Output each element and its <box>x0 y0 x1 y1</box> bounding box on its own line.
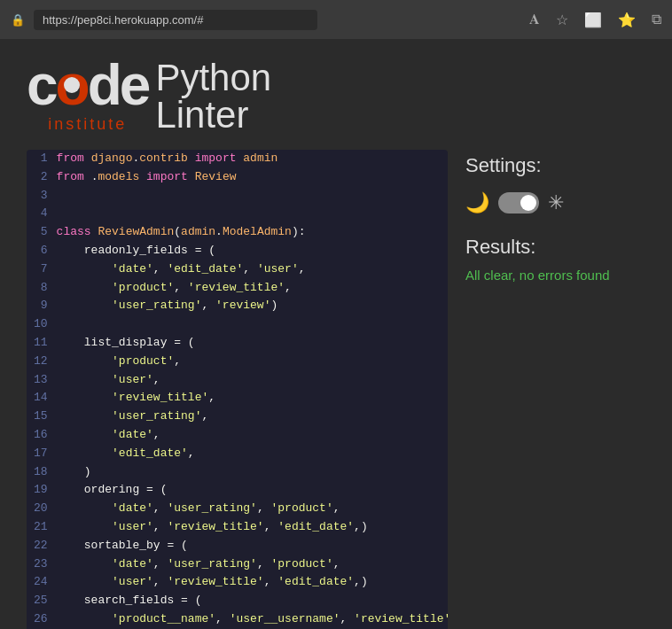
browser-chrome: 🔒 https://pep8ci.herokuapp.com/# 𝐀 ☆ ⬜ ⭐… <box>0 0 672 39</box>
line-number: 4 <box>27 205 57 223</box>
line-number: 7 <box>27 260 57 279</box>
line-content: search_fields = ( <box>57 592 448 610</box>
line-number: 10 <box>27 315 57 334</box>
logo-o-inner <box>64 77 80 93</box>
sun-icon: ✳ <box>548 191 564 214</box>
bookmark-icon[interactable]: ☆ <box>556 12 568 28</box>
logo-o: o <box>56 57 88 113</box>
line-number: 1 <box>27 150 57 168</box>
line-number: 25 <box>27 592 57 610</box>
text-size-icon[interactable]: 𝐀 <box>529 12 540 28</box>
line-content: 'edit_date', <box>57 445 448 463</box>
logo-python: Python <box>155 59 271 97</box>
line-number: 23 <box>27 555 57 574</box>
line-number: 14 <box>27 389 57 408</box>
line-content <box>57 205 448 223</box>
line-content: 'date', 'user_rating', 'product', <box>57 555 448 574</box>
url-bar[interactable]: https://pep8ci.herokuapp.com/# <box>34 10 317 30</box>
line-number: 12 <box>27 353 57 371</box>
code-panel[interactable]: 1from django.contrib import admin2from .… <box>27 150 448 629</box>
line-number: 18 <box>27 463 57 482</box>
line-number: 24 <box>27 573 57 592</box>
line-content: 'review_title', <box>57 389 448 408</box>
line-content: from django.contrib import admin <box>57 150 448 168</box>
moon-icon: 🌙 <box>465 191 489 214</box>
logo-c: c <box>27 57 56 113</box>
line-number: 15 <box>27 408 57 426</box>
favorites-icon[interactable]: ⭐ <box>618 12 636 28</box>
logo-d: d <box>88 57 120 113</box>
line-number: 13 <box>27 371 57 390</box>
line-content: 'user', <box>57 371 448 390</box>
line-content: 'user_rating', 'review') <box>57 297 448 315</box>
main-layout: 1from django.contrib import admin2from .… <box>27 150 645 629</box>
logo-institute: institute <box>27 115 148 134</box>
logo-e: e <box>120 57 149 113</box>
sidebar-icon[interactable]: ⬜ <box>584 12 602 28</box>
line-number: 20 <box>27 500 57 518</box>
line-content: ) <box>57 463 448 482</box>
line-number: 21 <box>27 518 57 537</box>
line-number: 8 <box>27 279 57 298</box>
theme-toggle-row: 🌙 ✳ <box>465 191 645 214</box>
line-content: 'date', 'edit_date', 'user', <box>57 260 448 279</box>
results-text: All clear, no errors found <box>465 268 645 283</box>
line-content: list_display = ( <box>57 334 448 353</box>
line-content: 'user_rating', <box>57 408 448 426</box>
theme-toggle[interactable] <box>498 192 539 214</box>
line-number: 9 <box>27 297 57 315</box>
line-content: 'user', 'review_title', 'edit_date',) <box>57 518 448 537</box>
line-content: class ReviewAdmin(admin.ModelAdmin): <box>57 223 448 242</box>
line-content: 'date', 'user_rating', 'product', <box>57 500 448 518</box>
logo-right: Python Linter <box>155 59 271 134</box>
line-content <box>57 315 448 334</box>
line-content: 'product', <box>57 353 448 371</box>
logo-linter: Linter <box>155 97 271 134</box>
line-number: 22 <box>27 537 57 555</box>
page-content: c o d e institute Python Linter 1from dj… <box>0 39 672 629</box>
code-logo-text: c o d e <box>27 57 148 113</box>
line-number: 17 <box>27 445 57 463</box>
line-number: 3 <box>27 187 57 206</box>
line-content: 'product', 'review_title', <box>57 279 448 298</box>
toggle-knob <box>520 195 536 211</box>
logo-area: c o d e institute Python Linter <box>27 57 645 134</box>
line-content: from .models import Review <box>57 168 448 187</box>
line-content: sortable_by = ( <box>57 537 448 555</box>
browser-toolbar: 𝐀 ☆ ⬜ ⭐ ⧉ <box>529 12 661 28</box>
line-content: ordering = ( <box>57 481 448 500</box>
line-number: 16 <box>27 426 57 445</box>
line-content <box>57 187 448 206</box>
lock-icon: 🔒 <box>11 13 25 27</box>
settings-panel: Settings: 🌙 ✳ Results: All clear, no err… <box>465 150 645 629</box>
line-number: 26 <box>27 610 57 629</box>
line-content: 'date', <box>57 426 448 445</box>
line-number: 2 <box>27 168 57 187</box>
code-table: 1from django.contrib import admin2from .… <box>27 150 448 629</box>
settings-title: Settings: <box>465 154 645 177</box>
line-number: 5 <box>27 223 57 242</box>
logo-left: c o d e institute <box>27 57 148 134</box>
line-number: 19 <box>27 481 57 500</box>
line-number: 11 <box>27 334 57 353</box>
results-title: Results: <box>465 236 645 259</box>
line-content: readonly_fields = ( <box>57 242 448 260</box>
line-content: 'product__name', 'user__username', 'revi… <box>57 610 448 629</box>
line-content: 'user', 'review_title', 'edit_date',) <box>57 573 448 592</box>
tabs-icon[interactable]: ⧉ <box>652 12 661 28</box>
line-number: 6 <box>27 242 57 260</box>
